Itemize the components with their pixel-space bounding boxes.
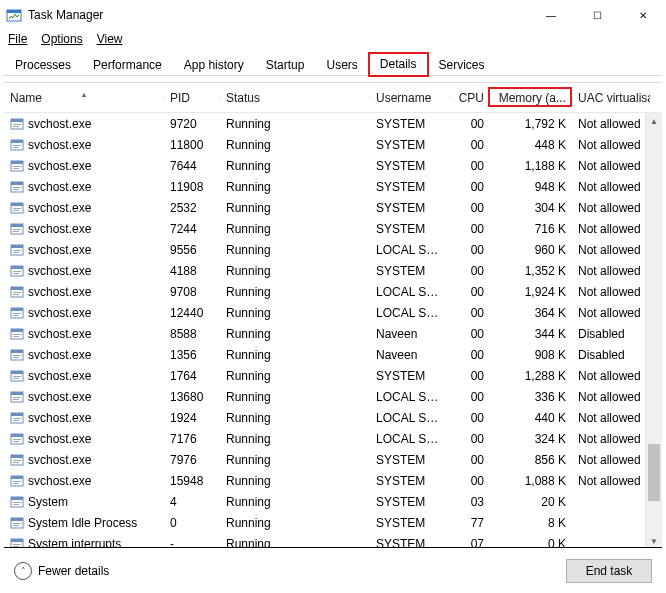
process-icon [10,306,24,320]
cell-status: Running [220,453,370,467]
cell-name: svchost.exe [28,117,91,131]
cell-uac: Not allowed [572,432,650,446]
col-header-uac[interactable]: UAC virtualisat... [572,91,650,105]
fewer-details-label: Fewer details [38,564,109,578]
table-row[interactable]: svchost.exe13680RunningLOCAL SE...00336 … [4,386,662,407]
table-row[interactable]: svchost.exe2532RunningSYSTEM00304 KNot a… [4,197,662,218]
table-row[interactable]: svchost.exe1356RunningNaveen00908 KDisab… [4,344,662,365]
svg-rect-28 [13,250,21,251]
svg-rect-21 [13,210,19,211]
cell-uac: Not allowed [572,411,650,425]
table-row[interactable]: svchost.exe9556RunningLOCAL SE...00960 K… [4,239,662,260]
svg-rect-63 [11,434,23,437]
minimize-button[interactable]: — [528,0,574,30]
cell-cpu: 00 [450,201,490,215]
table-body[interactable]: svchost.exe9720RunningSYSTEM001,792 KNot… [4,113,662,550]
svg-rect-80 [13,523,21,524]
menu-bar: File Options View [0,30,666,52]
table-row[interactable]: svchost.exe7176RunningLOCAL SE...00324 K… [4,428,662,449]
cell-uac: Not allowed [572,285,650,299]
tab-apphistory[interactable]: App history [173,54,255,76]
col-header-memory[interactable]: Memory (a... [490,91,572,105]
cell-uac: Not allowed [572,453,650,467]
svg-rect-8 [13,145,21,146]
cell-pid: 1764 [164,369,220,383]
close-button[interactable]: ✕ [620,0,666,30]
svg-rect-7 [11,140,23,143]
table-row[interactable]: svchost.exe15948RunningSYSTEM001,088 KNo… [4,470,662,491]
menu-view[interactable]: View [97,32,123,46]
cell-username: LOCAL SE... [370,285,450,299]
svg-rect-33 [13,273,19,274]
process-icon [10,264,24,278]
col-header-username[interactable]: Username [370,91,450,105]
tab-startup[interactable]: Startup [255,54,316,76]
cell-uac: Not allowed [572,222,650,236]
table-row[interactable]: svchost.exe1924RunningLOCAL SE...00440 K… [4,407,662,428]
cell-cpu: 00 [450,138,490,152]
cell-memory: 1,792 K [490,117,572,131]
cell-name: svchost.exe [28,348,91,362]
cell-pid: 11908 [164,180,220,194]
cell-uac: Not allowed [572,159,650,173]
table-row[interactable]: svchost.exe12440RunningLOCAL SE...00364 … [4,302,662,323]
col-header-name[interactable]: ▴ Name [4,91,164,105]
table-row[interactable]: svchost.exe7244RunningSYSTEM00716 KNot a… [4,218,662,239]
cell-uac: Not allowed [572,201,650,215]
process-icon [10,474,24,488]
tab-services[interactable]: Services [428,54,496,76]
svg-rect-23 [11,224,23,227]
table-row[interactable]: svchost.exe9720RunningSYSTEM001,792 KNot… [4,113,662,134]
cell-username: SYSTEM [370,138,450,152]
end-task-button[interactable]: End task [566,559,652,583]
window-title: Task Manager [28,8,103,22]
cell-uac: Not allowed [572,180,650,194]
tab-users[interactable]: Users [315,54,368,76]
cell-memory: 1,924 K [490,285,572,299]
maximize-button[interactable]: ☐ [574,0,620,30]
process-icon [10,201,24,215]
menu-options[interactable]: Options [41,32,82,46]
table-row[interactable]: System4RunningSYSTEM0320 K [4,491,662,512]
table-row[interactable]: svchost.exe7976RunningSYSTEM00856 KNot a… [4,449,662,470]
cell-username: Naveen [370,327,450,341]
svg-rect-32 [13,271,21,272]
table-row[interactable]: svchost.exe11800RunningSYSTEM00448 KNot … [4,134,662,155]
scroll-up-arrow-icon[interactable]: ▲ [646,113,662,130]
cell-name: svchost.exe [28,453,91,467]
cell-pid: 1356 [164,348,220,362]
cell-name: svchost.exe [28,306,91,320]
fewer-details-button[interactable]: ˄ Fewer details [14,562,109,580]
svg-rect-17 [13,189,19,190]
table-row[interactable]: System Idle Process0RunningSYSTEM778 K [4,512,662,533]
scrollbar-track[interactable] [646,130,662,533]
svg-rect-9 [13,147,19,148]
cell-username: SYSTEM [370,159,450,173]
cell-pid: 9708 [164,285,220,299]
scrollbar-thumb[interactable] [648,444,660,500]
table-row[interactable]: svchost.exe9708RunningLOCAL SE...001,924… [4,281,662,302]
col-header-pid[interactable]: PID [164,91,220,105]
table-row[interactable]: svchost.exe4188RunningSYSTEM001,352 KNot… [4,260,662,281]
vertical-scrollbar[interactable]: ▲ ▼ [645,113,662,550]
cell-status: Running [220,327,370,341]
col-header-status[interactable]: Status [220,91,370,105]
svg-rect-65 [13,441,19,442]
cell-uac: Not allowed [572,243,650,257]
tab-processes[interactable]: Processes [4,54,82,76]
table-row[interactable]: svchost.exe11908RunningSYSTEM00948 KNot … [4,176,662,197]
table-row[interactable]: svchost.exe7644RunningSYSTEM001,188 KNot… [4,155,662,176]
menu-file[interactable]: File [8,32,27,46]
table-row[interactable]: svchost.exe8588RunningNaveen00344 KDisab… [4,323,662,344]
svg-rect-56 [13,397,21,398]
table-row[interactable]: svchost.exe1764RunningSYSTEM001,288 KNot… [4,365,662,386]
cell-name: svchost.exe [28,411,91,425]
col-header-cpu[interactable]: CPU [450,91,490,105]
tab-performance[interactable]: Performance [82,54,173,76]
title-bar: Task Manager — ☐ ✕ [0,0,666,30]
process-icon [10,222,24,236]
cell-name: svchost.exe [28,180,91,194]
svg-rect-71 [11,476,23,479]
tab-details[interactable]: Details [369,53,428,76]
cell-pid: 9720 [164,117,220,131]
